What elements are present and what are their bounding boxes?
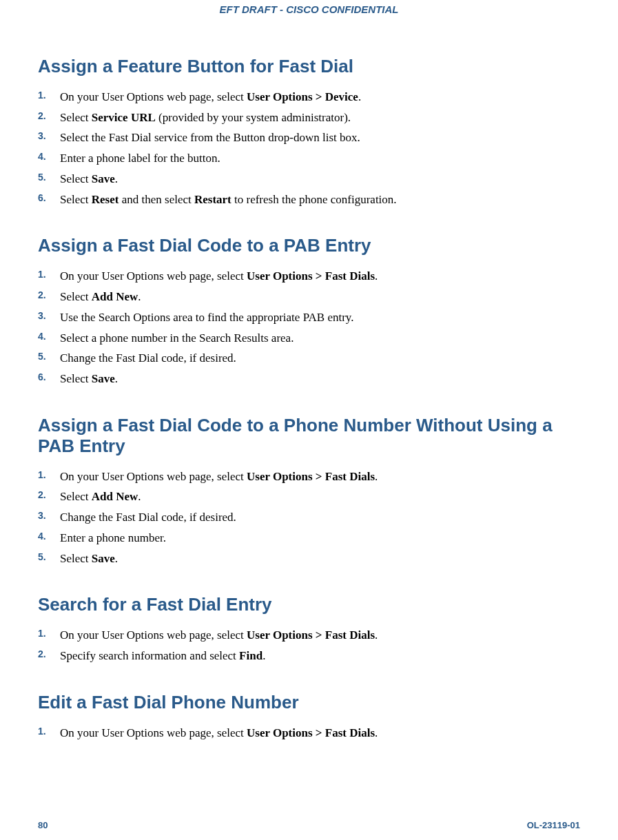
page-footer: 80 OL-23119-01: [38, 820, 580, 830]
step-text: .: [375, 470, 378, 483]
step-text: Select a phone number in the Search Resu…: [60, 331, 293, 345]
step-text: Use the Search Options area to find the …: [60, 311, 353, 324]
step-number: 4.: [38, 328, 46, 345]
document-id: OL-23119-01: [527, 820, 580, 830]
step-number: 3.: [38, 127, 46, 145]
step-number: 2.: [38, 287, 46, 304]
step-item: 5.Select Save.: [57, 549, 580, 569]
step-item: 1.On your User Options web page, select …: [57, 87, 580, 107]
content-sections: Assign a Feature Button for Fast Dial1.O…: [38, 57, 580, 743]
step-number: 3.: [38, 307, 46, 325]
step-text: On your User Options web page, select: [60, 470, 247, 483]
step-text: Save: [92, 372, 115, 385]
step-text: User Options > Fast Dials: [247, 726, 375, 739]
step-text: .: [115, 172, 118, 185]
step-item: 1.On your User Options web page, select …: [57, 467, 580, 487]
step-item: 2.Select Add New.: [57, 287, 580, 307]
step-text: .: [375, 628, 378, 642]
step-number: 4.: [38, 528, 46, 545]
step-item: 5.Change the Fast Dial code, if desired.: [57, 348, 580, 369]
step-text: Reset: [92, 193, 119, 206]
section-heading: Search for a Fast Dial Entry: [38, 595, 580, 615]
section-heading: Assign a Fast Dial Code to a PAB Entry: [38, 236, 580, 256]
step-text: On your User Options web page, select: [60, 726, 247, 739]
page-number: 80: [38, 820, 48, 830]
step-item: 2.Specify search information and select …: [57, 646, 580, 666]
step-number: 2.: [38, 486, 46, 504]
step-item: 1.On your User Options web page, select …: [57, 723, 580, 744]
step-text: On your User Options web page, select: [60, 269, 247, 283]
step-list: 1.On your User Options web page, select …: [38, 87, 580, 210]
step-text: and then select: [119, 193, 194, 206]
step-text: Change the Fast Dial code, if desired.: [60, 351, 236, 365]
step-text: Select the Fast Dial service from the Bu…: [60, 131, 360, 144]
step-text: Restart: [194, 193, 231, 206]
step-text: Add New: [92, 290, 138, 303]
step-text: .: [375, 726, 378, 739]
step-number: 1.: [38, 266, 46, 283]
step-number: 1.: [38, 467, 46, 484]
step-item: 6.Select Save.: [57, 369, 580, 389]
step-number: 5.: [38, 348, 46, 365]
step-text: User Options > Fast Dials: [247, 470, 375, 483]
step-number: 1.: [38, 87, 46, 104]
document-page: EFT DRAFT - CISCO CONFIDENTIAL Assign a …: [0, 0, 618, 840]
step-number: 1.: [38, 723, 46, 740]
step-item: 4.Select a phone number in the Search Re…: [57, 328, 580, 349]
section-heading: Assign a Feature Button for Fast Dial: [38, 57, 580, 77]
step-text: Select: [60, 172, 92, 185]
step-text: Select: [60, 552, 92, 565]
step-text: Enter a phone label for the button.: [60, 152, 220, 165]
step-number: 5.: [38, 549, 46, 566]
step-text: On your User Options web page, select: [60, 90, 247, 103]
step-number: 1.: [38, 625, 46, 642]
step-item: 2.Select Service URL (provided by your s…: [57, 107, 580, 128]
step-text: User Options > Fast Dials: [247, 628, 375, 642]
step-item: 3.Select the Fast Dial service from the …: [57, 127, 580, 148]
step-text: .: [115, 552, 118, 565]
step-number: 6.: [38, 369, 46, 386]
step-item: 3.Use the Search Options area to find th…: [57, 307, 580, 328]
step-item: 6.Select Reset and then select Restart t…: [57, 189, 580, 210]
confidential-header: EFT DRAFT - CISCO CONFIDENTIAL: [38, 3, 580, 15]
step-text: .: [115, 372, 118, 385]
step-text: On your User Options web page, select: [60, 628, 247, 642]
step-item: 1.On your User Options web page, select …: [57, 625, 580, 646]
step-text: Add New: [92, 490, 138, 503]
step-number: 4.: [38, 148, 46, 165]
step-text: Specify search information and select: [60, 649, 239, 662]
step-item: 3.Change the Fast Dial code, if desired.: [57, 507, 580, 528]
step-item: 2.Select Add New.: [57, 486, 580, 507]
step-text: Change the Fast Dial code, if desired.: [60, 511, 236, 524]
step-text: Select: [60, 290, 92, 303]
step-text: User Options > Device: [247, 90, 358, 103]
step-text: .: [358, 90, 361, 103]
step-text: Save: [92, 552, 115, 565]
step-text: to refresh the phone configuration.: [231, 193, 397, 206]
step-text: Select: [60, 490, 92, 503]
step-item: 5.Select Save.: [57, 169, 580, 189]
step-list: 1.On your User Options web page, select …: [38, 723, 580, 744]
step-text: Find: [239, 649, 262, 662]
step-item: 4.Enter a phone number.: [57, 528, 580, 549]
step-text: Enter a phone number.: [60, 531, 166, 544]
step-text: Select: [60, 111, 92, 124]
step-text: Select: [60, 193, 92, 206]
step-number: 2.: [38, 107, 46, 125]
section-heading: Edit a Fast Dial Phone Number: [38, 693, 580, 713]
step-list: 1.On your User Options web page, select …: [38, 266, 580, 389]
step-number: 6.: [38, 189, 46, 207]
step-text: Select: [60, 372, 92, 385]
step-text: (provided by your system administrator).: [156, 111, 351, 124]
step-text: Service URL: [92, 111, 156, 124]
step-text: .: [138, 490, 141, 503]
step-text: .: [138, 290, 141, 303]
section-heading: Assign a Fast Dial Code to a Phone Numbe…: [38, 416, 580, 457]
step-text: .: [262, 649, 265, 662]
step-number: 3.: [38, 507, 46, 524]
step-item: 1.On your User Options web page, select …: [57, 266, 580, 287]
step-number: 2.: [38, 646, 46, 663]
step-list: 1.On your User Options web page, select …: [38, 625, 580, 666]
step-text: Save: [92, 172, 115, 185]
step-text: .: [375, 269, 378, 283]
